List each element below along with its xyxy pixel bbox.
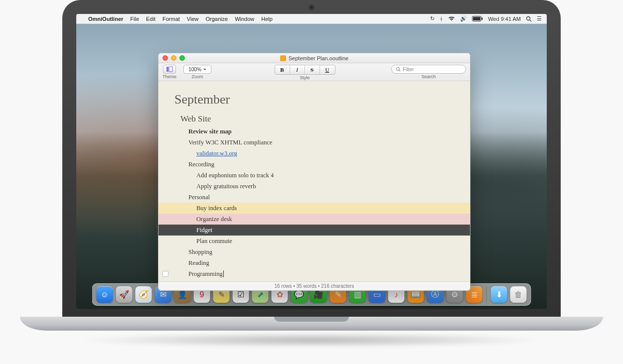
theme-label: Theme — [162, 74, 176, 79]
search-icon — [396, 67, 401, 72]
zoom-select[interactable]: 100% — [183, 65, 211, 74]
window-minimize-button[interactable] — [171, 55, 176, 61]
dock-trash-icon[interactable]: 🗑 — [510, 286, 527, 303]
app-window: September Plan.ooutline Theme 100% Zoom — [158, 53, 470, 291]
outline-row[interactable]: Verify W3C XHTML compliance — [158, 137, 470, 148]
outline-text: Plan commute — [196, 238, 232, 245]
outline-text: Review site map — [188, 128, 232, 135]
svg-point-3 — [527, 16, 530, 20]
app-menu[interactable]: OmniOutliner — [88, 16, 123, 22]
outline-text: Add euphonium solo to track 4 — [196, 172, 274, 179]
menu-window[interactable]: Window — [235, 16, 254, 22]
outline-text: Apply gratuitous reverb — [196, 183, 256, 190]
toolbar: Theme 100% Zoom B I S U — [158, 63, 470, 81]
underline-button[interactable]: U — [320, 65, 335, 74]
dock-launchpad-icon[interactable]: 🚀 — [116, 286, 133, 303]
wifi-icon[interactable] — [448, 16, 455, 21]
outline-row[interactable]: Recording — [158, 159, 470, 170]
outline-row[interactable]: validator.w3.org — [158, 148, 470, 159]
svg-line-4 — [530, 20, 531, 21]
status-icons: ↻ ᚼ 🔊 Wed 9:41 AM ☰ — [430, 15, 542, 22]
outline-row[interactable]: Review site map — [158, 126, 470, 137]
outline-row[interactable]: Add euphonium solo to track 4 — [158, 170, 470, 181]
document-title[interactable]: September — [158, 81, 470, 112]
outline-text: Organize desk — [196, 216, 232, 223]
timemachine-icon[interactable]: ↻ — [430, 15, 435, 22]
svg-line-8 — [399, 70, 401, 72]
outline-text: Reading — [188, 259, 209, 267]
outline-row[interactable]: Apply gratuitous reverb — [158, 181, 470, 192]
menu-help[interactable]: Help — [261, 16, 273, 22]
svg-rect-6 — [169, 67, 172, 72]
window-zoom-button[interactable] — [179, 55, 185, 61]
volume-icon[interactable]: 🔊 — [460, 15, 467, 22]
style-label: Style — [300, 75, 310, 80]
search-label: Search — [422, 74, 436, 79]
outline-text: Personal — [188, 194, 210, 201]
menu-edit[interactable]: Edit — [146, 16, 156, 22]
status-text: 16 rows • 35 words • 216 characters — [275, 283, 354, 289]
window-close-button[interactable] — [162, 55, 168, 61]
notification-center-icon[interactable]: ☰ — [537, 15, 542, 22]
outline-text: Buy index cards — [196, 205, 237, 212]
outline-text: Recording — [188, 161, 214, 168]
svg-rect-5 — [166, 67, 168, 72]
outline-text: Web Site — [180, 114, 211, 124]
svg-point-7 — [396, 67, 399, 70]
macos-menubar: OmniOutliner File Edit Format View Organ… — [76, 14, 547, 24]
bluetooth-icon[interactable]: ᚼ — [440, 16, 443, 22]
dock-safari-icon[interactable]: 🧭 — [136, 286, 152, 303]
window-titlebar[interactable]: September Plan.ooutline — [158, 53, 470, 63]
battery-icon[interactable] — [472, 16, 483, 21]
outline-content[interactable]: September Web SiteReview site mapVerify … — [158, 81, 470, 281]
document-icon — [280, 55, 286, 61]
outline-text: Verify W3C XHTML compliance — [188, 139, 272, 146]
dock-downloads-icon[interactable]: ⬇ — [491, 286, 507, 303]
theme-button[interactable] — [163, 65, 176, 74]
status-bar: 16 rows • 35 words • 216 characters — [158, 281, 470, 290]
svg-rect-1 — [473, 17, 480, 20]
menu-view[interactable]: View — [187, 16, 199, 22]
style-segmented: B I S U — [275, 65, 335, 75]
filter-search[interactable]: Filter — [391, 65, 466, 74]
outline-row[interactable]: Plan commute — [158, 236, 470, 246]
bold-button[interactable]: B — [275, 65, 290, 74]
zoom-label: Zoom — [192, 74, 203, 79]
row-handle[interactable] — [162, 271, 168, 277]
outline-row[interactable]: Organize desk — [158, 214, 470, 225]
outline-row[interactable]: Programming — [158, 268, 470, 279]
outline-row[interactable]: Shopping — [158, 246, 470, 257]
outline-row[interactable]: Web Site — [158, 112, 470, 126]
zoom-value: 100% — [188, 67, 201, 72]
dock-finder-icon[interactable]: ☺ — [97, 286, 113, 303]
spotlight-icon[interactable] — [526, 16, 532, 22]
outline-row[interactable]: Personal — [158, 192, 470, 203]
filter-placeholder: Filter — [403, 67, 414, 72]
window-title: September Plan.ooutline — [289, 55, 348, 61]
outline-text: Fidget — [196, 227, 212, 234]
outline-text: Shopping — [188, 248, 212, 256]
menu-file[interactable]: File — [130, 16, 139, 22]
outline-row[interactable]: Fidget — [158, 225, 470, 236]
strike-button[interactable]: S — [305, 65, 320, 74]
outline-text: Programming — [188, 270, 223, 278]
clock[interactable]: Wed 9:41 AM — [488, 16, 521, 22]
italic-button[interactable]: I — [290, 65, 305, 74]
outline-row[interactable]: Reading — [158, 257, 470, 268]
svg-rect-2 — [482, 17, 483, 20]
camera — [309, 5, 314, 10]
menu-organize[interactable]: Organize — [205, 16, 228, 22]
outline-row[interactable]: Buy index cards — [158, 203, 470, 214]
menu-format[interactable]: Format — [162, 16, 180, 22]
outline-link[interactable]: validator.w3.org — [196, 150, 237, 157]
